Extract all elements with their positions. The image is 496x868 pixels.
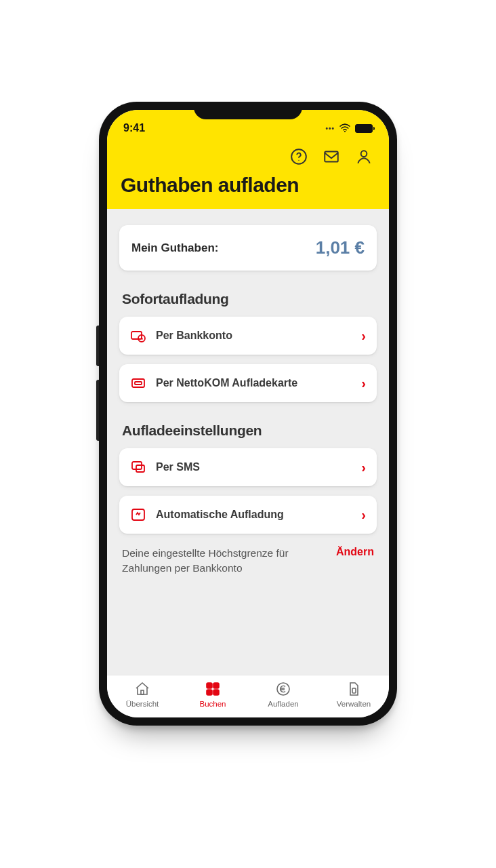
- status-time: 9:41: [123, 122, 145, 134]
- euro-icon: [275, 681, 291, 697]
- home-icon: [134, 681, 150, 697]
- row-label: Per Bankkonto: [156, 330, 352, 342]
- svg-point-17: [277, 683, 289, 695]
- svg-point-2: [298, 160, 299, 161]
- nav-uebersicht[interactable]: Übersicht: [107, 681, 178, 708]
- svg-rect-7: [132, 379, 144, 387]
- profile-icon[interactable]: [355, 148, 373, 165]
- row-per-aufladekarte[interactable]: Per NettoKOM Aufladekarte ›: [119, 364, 377, 402]
- section-title-settings: Aufladeeinstellungen: [122, 422, 374, 439]
- nav-label: Verwalten: [337, 700, 371, 708]
- nav-label: Übersicht: [126, 700, 159, 708]
- row-per-bankkonto[interactable]: Per Bankkonto ›: [119, 317, 377, 355]
- wifi-icon: [339, 123, 351, 133]
- svg-point-4: [361, 151, 367, 157]
- status-bar: 9:41 •••: [119, 121, 377, 148]
- mail-icon[interactable]: [323, 148, 340, 165]
- row-label: Automatische Aufladung: [156, 509, 352, 521]
- chevron-right-icon: ›: [361, 460, 366, 475]
- svg-rect-13: [207, 683, 212, 688]
- svg-rect-8: [135, 382, 142, 384]
- balance-label: Mein Guthaben:: [131, 241, 218, 255]
- svg-rect-10: [136, 465, 144, 472]
- help-icon[interactable]: [290, 148, 308, 165]
- page-title: Guthaben aufladen: [119, 172, 377, 199]
- sim-icon: [346, 681, 362, 697]
- nav-label: Buchen: [199, 700, 226, 708]
- row-per-sms[interactable]: Per SMS ›: [119, 448, 377, 486]
- header: 9:41 ••• Gut: [107, 110, 389, 209]
- auto-recharge-icon: [130, 507, 146, 523]
- svg-rect-16: [213, 690, 219, 695]
- screen: 9:41 ••• Gut: [107, 110, 389, 717]
- nav-label: Aufladen: [268, 700, 298, 708]
- bottom-nav: Übersicht Buchen Aufladen Verwalten: [107, 675, 389, 717]
- voucher-icon: [130, 375, 146, 391]
- battery-icon: [355, 124, 373, 133]
- content: Mein Guthaben: 1,01 € Sofortaufladung Pe…: [107, 209, 389, 675]
- notch: [194, 102, 302, 119]
- wallet-clock-icon: [130, 328, 146, 344]
- nav-aufladen[interactable]: Aufladen: [248, 681, 318, 708]
- nav-verwalten[interactable]: Verwalten: [318, 681, 389, 708]
- chevron-right-icon: ›: [361, 507, 366, 523]
- status-icons: •••: [325, 123, 373, 133]
- phone-frame: 9:41 ••• Gut: [99, 102, 397, 726]
- section-title-instant: Sofortaufladung: [122, 291, 374, 307]
- balance-card: Mein Guthaben: 1,01 €: [119, 225, 377, 271]
- row-auto-aufladung[interactable]: Automatische Aufladung ›: [119, 496, 377, 534]
- row-label: Per NettoKOM Aufladekarte: [156, 377, 352, 389]
- svg-rect-12: [141, 690, 144, 694]
- limit-text: Deine eingestellte Höchstgrenze für Zahl…: [122, 546, 328, 576]
- limit-row: Deine eingestellte Höchstgrenze für Zahl…: [122, 546, 374, 576]
- sms-icon: [130, 459, 146, 475]
- balance-value: 1,01 €: [316, 237, 365, 258]
- chevron-right-icon: ›: [361, 328, 366, 344]
- row-label: Per SMS: [156, 461, 352, 473]
- nav-buchen[interactable]: Buchen: [178, 681, 248, 708]
- cellular-icon: •••: [325, 125, 335, 132]
- top-actions: [119, 148, 377, 172]
- svg-rect-18: [352, 688, 356, 693]
- svg-rect-15: [207, 690, 212, 695]
- tiles-icon: [205, 681, 221, 697]
- limit-change-link[interactable]: Ändern: [336, 546, 374, 558]
- chevron-right-icon: ›: [361, 376, 366, 391]
- svg-point-0: [344, 131, 346, 132]
- svg-rect-3: [325, 151, 338, 161]
- svg-rect-14: [213, 683, 219, 688]
